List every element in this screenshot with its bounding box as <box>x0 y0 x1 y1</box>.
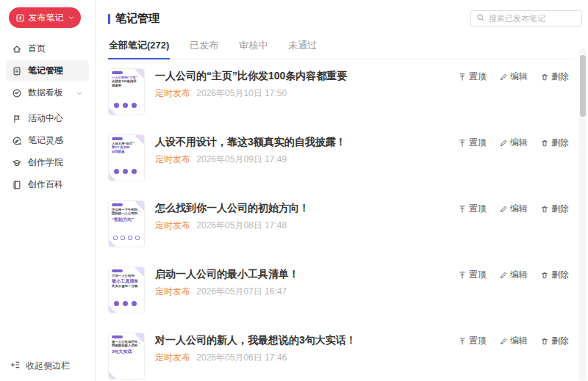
pin-button[interactable]: 置顶 <box>458 269 487 281</box>
thumb-line: 自我披露 <box>112 150 145 154</box>
edit-button[interactable]: 编辑 <box>499 269 528 281</box>
page-header: 笔记管理 <box>96 0 588 26</box>
note-thumbnail[interactable]: 一人公司的“主页” 比你发100条内容 都重要 <box>108 68 145 115</box>
graduation-cap-icon <box>12 158 22 168</box>
note-status-badge: 定时发布 <box>155 352 190 363</box>
note-status-badge: 定时发布 <box>155 286 190 297</box>
sidebar-item-activity-center[interactable]: 活动中心 <box>6 108 89 129</box>
note-title[interactable]: 启动一人公司的最小工具清单！ <box>155 266 299 280</box>
trash-icon <box>540 73 549 81</box>
sidebar-item-note-inspiration[interactable]: 笔记灵感 <box>6 130 89 151</box>
pin-button[interactable]: 置顶 <box>458 203 487 215</box>
note-row: 一人公司的“主页” 比你发100条内容 都重要 一人公司的“主页”比你发100条… <box>108 59 588 126</box>
tab-rejected[interactable]: 未通过 <box>287 36 318 59</box>
tab-published[interactable]: 已发布 <box>189 36 219 59</box>
pin-button[interactable]: 置顶 <box>458 70 487 83</box>
book-icon <box>12 180 22 190</box>
collapse-sidebar-button[interactable]: 收起侧边栏 <box>10 360 70 372</box>
thumb-decoration <box>114 169 137 174</box>
thumb-decoration <box>112 137 123 140</box>
collapse-sidebar-label: 收起侧边栏 <box>26 360 70 372</box>
edit-button[interactable]: 编辑 <box>499 335 528 347</box>
delete-button[interactable]: 删除 <box>540 203 569 215</box>
sidebar-item-label: 创作学院 <box>28 156 63 169</box>
note-meta: 定时发布 2026年05月06日 17:46 <box>155 352 356 364</box>
delete-button[interactable]: 删除 <box>540 137 569 149</box>
search-input[interactable] <box>489 14 576 23</box>
edit-button[interactable]: 编辑 <box>499 137 528 149</box>
sidebar-item-label: 首页 <box>28 43 46 55</box>
scrollbar-track[interactable] <box>579 48 587 381</box>
note-thumbnail[interactable]: 做一人公司这些年， 我最想对新人说的 3句大实话 <box>108 333 145 380</box>
edit-label: 编辑 <box>510 269 528 281</box>
thumb-decoration <box>113 236 140 240</box>
sidebar-item-home[interactable]: 首页 <box>6 38 89 59</box>
dashboard-icon <box>12 88 22 98</box>
chevron-down-icon <box>68 14 75 21</box>
sidebar-item-creation-encyclopedia[interactable]: 创作百科 <box>6 174 89 195</box>
pin-icon <box>458 73 467 81</box>
note-status-badge: 定时发布 <box>155 154 190 164</box>
edit-icon <box>499 73 508 81</box>
thumb-decoration <box>112 203 123 206</box>
edit-label: 编辑 <box>510 203 528 215</box>
note-title[interactable]: 怎么找到你一人公司的初始方向！ <box>155 200 309 214</box>
thumb-line: “初始方向” <box>112 216 145 222</box>
pin-icon <box>458 337 467 346</box>
note-title[interactable]: 人设不用设计，靠这3额真实的自我披露！ <box>155 134 346 148</box>
thumb-decoration <box>112 269 123 272</box>
thumb-decoration <box>112 71 123 74</box>
note-timestamp: 2026年05月07日 16:47 <box>196 286 287 297</box>
sidebar-item-label: 笔记灵感 <box>28 134 63 147</box>
pin-button[interactable]: 置顶 <box>458 137 487 149</box>
note-timestamp: 2026年05月06日 17:46 <box>196 352 287 363</box>
thumb-decoration <box>114 301 137 306</box>
thumb-text: 一人公司的“主页” 比你发100条内容 都重要 <box>112 76 145 88</box>
title-accent-bar <box>108 14 110 24</box>
publish-note-label: 发布笔记 <box>29 12 64 24</box>
note-actions: 置顶 编辑 删除 <box>458 134 569 149</box>
edit-icon <box>499 337 508 346</box>
note-info: 人设不用设计，靠这3额真实的自我披露！ 定时发布 2026年05月09日 17:… <box>155 134 346 166</box>
pin-button[interactable]: 置顶 <box>458 335 487 347</box>
delete-button[interactable]: 删除 <box>540 269 569 281</box>
trash-icon <box>540 271 549 280</box>
note-status-badge: 定时发布 <box>155 88 190 98</box>
note-row: 启动一人公司的 最小工具清单 其实不需花一分钱 启动一人公司的最小工具清单！ 定… <box>108 258 588 324</box>
tab-in-review[interactable]: 审核中 <box>238 36 268 59</box>
note-actions: 置顶 编辑 删除 <box>458 333 569 347</box>
note-title[interactable]: 对一人公司的新人，我最想说的3句大实话！ <box>155 333 356 346</box>
scrollbar-thumb[interactable] <box>580 55 586 117</box>
chevron-down-icon <box>76 90 83 97</box>
note-timestamp: 2026年05月09日 17:49 <box>196 154 287 164</box>
sidebar-item-creation-academy[interactable]: 创作学院 <box>6 152 89 173</box>
edit-label: 编辑 <box>510 137 528 149</box>
delete-button[interactable]: 删除 <box>540 335 569 347</box>
note-thumbnail[interactable]: 人设不用“设计” 靠3个真实的 自我披露 <box>108 134 145 181</box>
note-info: 对一人公司的新人，我最想说的3句大实话！ 定时发布 2026年05月06日 17… <box>155 333 356 364</box>
note-row: 怎么用一下午时间， 找到你一人公司的 “初始方向” 怎么找到你一人公司的初始方向… <box>108 192 588 258</box>
search-box[interactable] <box>470 10 582 26</box>
edit-icon <box>499 271 508 280</box>
delete-label: 删除 <box>551 137 569 149</box>
publish-note-button[interactable]: 发布笔记 <box>9 7 81 28</box>
note-actions: 置顶 编辑 删除 <box>458 200 569 215</box>
edit-icon <box>499 205 508 214</box>
pin-label: 置顶 <box>469 335 487 347</box>
edit-button[interactable]: 编辑 <box>499 203 528 215</box>
sidebar-item-note-management[interactable]: 笔记管理 <box>6 60 89 81</box>
sidebar-item-data-dashboard[interactable]: 数据看板 <box>6 82 89 104</box>
pin-icon <box>458 139 467 148</box>
thumb-text: 启动一人公司的 最小工具清单 其实不需花一分钱 <box>112 274 145 288</box>
note-thumbnail[interactable]: 启动一人公司的 最小工具清单 其实不需花一分钱 <box>108 266 145 313</box>
note-meta: 定时发布 2026年05月09日 17:49 <box>155 153 346 166</box>
note-thumbnail[interactable]: 怎么用一下午时间， 找到你一人公司的 “初始方向” <box>108 200 145 247</box>
note-title[interactable]: 一人公司的“主页”比你发100条内容都重要 <box>155 68 347 82</box>
tab-all-notes[interactable]: 全部笔记(272) <box>108 36 170 59</box>
thumb-decoration <box>114 103 137 108</box>
search-icon <box>476 12 485 25</box>
delete-button[interactable]: 删除 <box>540 70 569 83</box>
note-info: 怎么找到你一人公司的初始方向！ 定时发布 2026年05月08日 17:48 <box>155 200 309 232</box>
note-meta: 定时发布 2026年05月07日 16:47 <box>155 286 299 298</box>
edit-button[interactable]: 编辑 <box>499 70 528 83</box>
